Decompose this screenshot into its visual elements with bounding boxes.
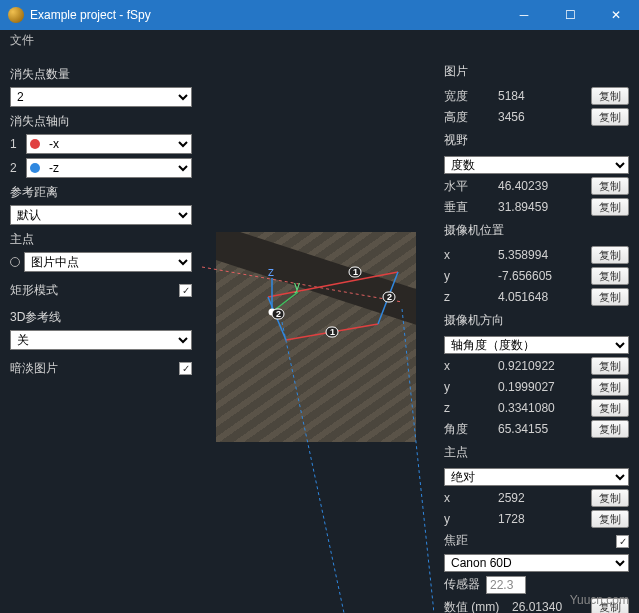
fov-h-label: 水平 xyxy=(444,178,492,195)
ref-distance-select[interactable]: 默认 xyxy=(10,205,192,225)
axis-row1-index: 1 xyxy=(10,137,22,151)
dim-image-checkbox[interactable]: ✓ xyxy=(179,362,192,375)
fov-h-value: 46.40239 xyxy=(498,179,585,193)
cam-ori-mode-select[interactable]: 轴角度（度数） xyxy=(444,336,629,354)
left-panel: 消失点数量 2 消失点轴向 1 -x 2 -z 参考距离 默认 主点 图片中点 … xyxy=(0,52,202,613)
axis-1-select[interactable]: -x xyxy=(26,134,192,154)
camori-z-label: z xyxy=(444,401,492,415)
rect-mode-label: 矩形模式 xyxy=(10,282,58,299)
pp-mode-select[interactable]: 绝对 xyxy=(444,468,629,486)
camori-x-value: 0.9210922 xyxy=(498,359,585,373)
fov-v-label: 垂直 xyxy=(444,199,492,216)
svg-text:z: z xyxy=(268,265,274,279)
copy-pp-x-button[interactable]: 复制 xyxy=(591,489,629,507)
campos-y-label: y xyxy=(444,269,492,283)
camori-y-label: y xyxy=(444,380,492,394)
svg-line-6 xyxy=(282,322,344,613)
ref3d-select[interactable]: 关 xyxy=(10,330,192,350)
calibration-overlay: z y 1 1 2 2 xyxy=(202,52,434,613)
svg-text:1: 1 xyxy=(353,267,358,277)
width-label: 宽度 xyxy=(444,88,492,105)
pp-y-value: 1728 xyxy=(498,512,585,526)
vp-count-select[interactable]: 2 xyxy=(10,87,192,107)
maximize-button[interactable]: ☐ xyxy=(547,0,593,30)
ref3d-label: 3D参考线 xyxy=(10,309,192,326)
campos-x-value: 5.358994 xyxy=(498,248,585,262)
fov-v-value: 31.89459 xyxy=(498,200,585,214)
minimize-button[interactable]: ─ xyxy=(501,0,547,30)
pp-x-label: x xyxy=(444,491,492,505)
copy-camori-z-button[interactable]: 复制 xyxy=(591,399,629,417)
axis-row2-index: 2 xyxy=(10,161,22,175)
sensor-section-label: 传感器 xyxy=(444,576,480,593)
axis-2-select[interactable]: -z xyxy=(26,158,192,178)
copy-campos-y-button[interactable]: 复制 xyxy=(591,267,629,285)
sensor-val-label: 数值 (mm) xyxy=(444,599,506,614)
pp-label: 主点 xyxy=(10,231,192,248)
pp-y-label: y xyxy=(444,512,492,526)
svg-text:y: y xyxy=(294,279,300,293)
copy-camori-x-button[interactable]: 复制 xyxy=(591,357,629,375)
camori-z-value: 0.3341080 xyxy=(498,401,585,415)
pp-x-value: 2592 xyxy=(498,491,585,505)
right-panel: 图片 宽度5184复制 高度3456复制 视野 度数 水平46.40239复制 … xyxy=(434,52,639,613)
camori-angle-label: 角度 xyxy=(444,421,492,438)
svg-line-5 xyxy=(402,309,434,613)
axis-z-dot-icon xyxy=(30,163,40,173)
copy-campos-z-button[interactable]: 复制 xyxy=(591,288,629,306)
pp-radio-icon[interactable] xyxy=(10,257,20,267)
copy-height-button[interactable]: 复制 xyxy=(591,108,629,126)
copy-campos-x-button[interactable]: 复制 xyxy=(591,246,629,264)
copy-pp-y-button[interactable]: 复制 xyxy=(591,510,629,528)
camori-angle-value: 65.34155 xyxy=(498,422,585,436)
app-logo-icon xyxy=(8,7,24,23)
campos-y-value: -7.656605 xyxy=(498,269,585,283)
copy-camori-angle-button[interactable]: 复制 xyxy=(591,420,629,438)
focal-checkbox[interactable]: ✓ xyxy=(616,535,629,548)
image-section-label: 图片 xyxy=(444,63,629,80)
campos-z-label: z xyxy=(444,290,492,304)
svg-text:2: 2 xyxy=(387,292,392,302)
fov-section-label: 视野 xyxy=(444,132,629,149)
svg-line-0 xyxy=(202,267,402,302)
dim-image-label: 暗淡图片 xyxy=(10,360,58,377)
svg-text:1: 1 xyxy=(330,327,335,337)
height-label: 高度 xyxy=(444,109,492,126)
vp-count-label: 消失点数量 xyxy=(10,66,192,83)
camori-y-value: 0.1999027 xyxy=(498,380,585,394)
cam-ori-section-label: 摄像机方向 xyxy=(444,312,629,329)
focal-section-label: 焦距 xyxy=(444,532,610,549)
focal-preset-select[interactable]: Canon 60D xyxy=(444,554,629,572)
cam-pos-section-label: 摄像机位置 xyxy=(444,222,629,239)
ref-distance-label: 参考距离 xyxy=(10,184,192,201)
sensor-input[interactable]: 22.3 xyxy=(486,576,526,594)
campos-z-value: 4.051648 xyxy=(498,290,585,304)
copy-width-button[interactable]: 复制 xyxy=(591,87,629,105)
window-title: Example project - fSpy xyxy=(30,8,501,22)
rect-mode-checkbox[interactable]: ✓ xyxy=(179,284,192,297)
watermark: Yuucn.com xyxy=(570,593,629,607)
campos-x-label: x xyxy=(444,248,492,262)
camori-x-label: x xyxy=(444,359,492,373)
copy-camori-y-button[interactable]: 复制 xyxy=(591,378,629,396)
menu-file[interactable]: 文件 xyxy=(10,33,34,47)
close-button[interactable]: ✕ xyxy=(593,0,639,30)
height-value: 3456 xyxy=(498,110,585,124)
copy-fov-h-button[interactable]: 复制 xyxy=(591,177,629,195)
axis-x-dot-icon xyxy=(30,139,40,149)
viewport[interactable]: z y 1 1 2 2 xyxy=(202,52,434,613)
svg-line-1 xyxy=(268,272,398,297)
svg-text:2: 2 xyxy=(276,309,281,319)
copy-fov-v-button[interactable]: 复制 xyxy=(591,198,629,216)
vp-axis-label: 消失点轴向 xyxy=(10,113,192,130)
pp-section-label: 主点 xyxy=(444,444,629,461)
fov-mode-select[interactable]: 度数 xyxy=(444,156,629,174)
pp-select[interactable]: 图片中点 xyxy=(24,252,192,272)
width-value: 5184 xyxy=(498,89,585,103)
